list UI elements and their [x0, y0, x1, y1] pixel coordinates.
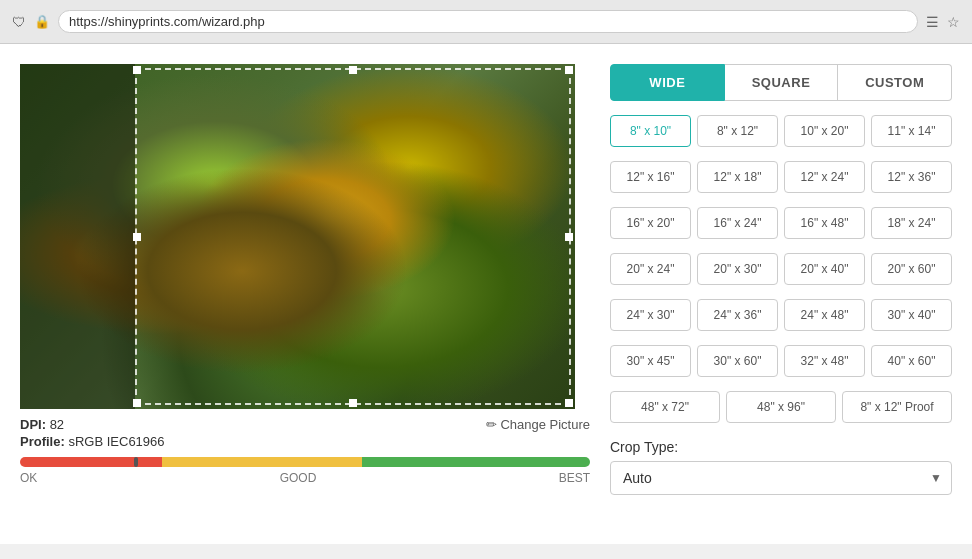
left-panel: DPI: 82 Change Picture Profile: sRGB IEC… [20, 64, 590, 524]
size-btn-32x48[interactable]: 32" x 48" [784, 345, 865, 377]
size-btn-12x18[interactable]: 12" x 18" [697, 161, 778, 193]
size-btn-30x45[interactable]: 30" x 45" [610, 345, 691, 377]
bookmark-icon[interactable]: ☆ [947, 14, 960, 30]
size-grid-row4: 20" x 24" 20" x 30" 20" x 40" 20" x 60" [610, 253, 952, 285]
quality-good: GOOD [280, 471, 317, 485]
size-grid-row3: 16" x 20" 16" x 24" 16" x 48" 18" x 24" [610, 207, 952, 239]
quality-labels: OK GOOD BEST [20, 471, 590, 485]
size-btn-16x20[interactable]: 16" x 20" [610, 207, 691, 239]
size-btn-40x60[interactable]: 40" x 60" [871, 345, 952, 377]
quality-best: BEST [559, 471, 590, 485]
change-picture-button[interactable]: Change Picture [486, 417, 590, 432]
tab-square[interactable]: SQUARE [725, 64, 839, 101]
size-btn-16x24[interactable]: 16" x 24" [697, 207, 778, 239]
tab-wide[interactable]: WIDE [610, 64, 725, 101]
quality-bar [20, 457, 590, 467]
size-btn-48x72[interactable]: 48" x 72" [610, 391, 720, 423]
size-btn-20x60[interactable]: 20" x 60" [871, 253, 952, 285]
image-info: DPI: 82 Change Picture Profile: sRGB IEC… [20, 417, 590, 449]
size-grid-bottom: 48" x 72" 48" x 96" 8" x 12" Proof [610, 391, 952, 423]
size-btn-24x48[interactable]: 24" x 48" [784, 299, 865, 331]
size-btn-11x14[interactable]: 11" x 14" [871, 115, 952, 147]
size-grid-row1: 8" x 10" 8" x 12" 10" x 20" 11" x 14" [610, 115, 952, 147]
quality-bar-container: OK GOOD BEST [20, 457, 590, 485]
size-btn-20x40[interactable]: 20" x 40" [784, 253, 865, 285]
size-btn-20x24[interactable]: 20" x 24" [610, 253, 691, 285]
crop-type-section: Crop Type: Auto Manual None ▼ [610, 439, 952, 495]
size-btn-20x30[interactable]: 20" x 30" [697, 253, 778, 285]
dpi-label: DPI: [20, 417, 46, 432]
size-btn-12x16[interactable]: 12" x 16" [610, 161, 691, 193]
size-btn-12x36[interactable]: 12" x 36" [871, 161, 952, 193]
quality-ok: OK [20, 471, 37, 485]
size-btn-8x12[interactable]: 8" x 12" [697, 115, 778, 147]
image-container [20, 64, 575, 409]
size-btn-16x48[interactable]: 16" x 48" [784, 207, 865, 239]
lock-icon: 🔒 [34, 14, 50, 29]
size-btn-30x60[interactable]: 30" x 60" [697, 345, 778, 377]
address-bar[interactable]: https://shinyprints.com/wizard.php [58, 10, 918, 33]
size-btn-30x40[interactable]: 30" x 40" [871, 299, 952, 331]
profile-label: Profile: [20, 434, 65, 449]
crop-select-wrapper: Auto Manual None ▼ [610, 461, 952, 495]
size-grid-row5: 24" x 30" 24" x 36" 24" x 48" 30" x 40" [610, 299, 952, 331]
right-panel: WIDE SQUARE CUSTOM 8" x 10" 8" x 12" 10"… [610, 64, 952, 524]
size-btn-8x12-proof[interactable]: 8" x 12" Proof [842, 391, 952, 423]
crop-type-label: Crop Type: [610, 439, 952, 455]
size-btn-48x96[interactable]: 48" x 96" [726, 391, 836, 423]
size-grid-row2: 12" x 16" 12" x 18" 12" x 24" 12" x 36" [610, 161, 952, 193]
crop-type-select[interactable]: Auto Manual None [610, 461, 952, 495]
profile-value: sRGB IEC61966 [68, 434, 164, 449]
size-btn-24x36[interactable]: 24" x 36" [697, 299, 778, 331]
crop-dark-overlay [20, 64, 135, 409]
reader-icon[interactable]: ☰ [926, 14, 939, 30]
tab-custom[interactable]: CUSTOM [838, 64, 952, 101]
size-btn-8x10[interactable]: 8" x 10" [610, 115, 691, 147]
size-btn-10x20[interactable]: 10" x 20" [784, 115, 865, 147]
dpi-value: 82 [50, 417, 64, 432]
tab-group: WIDE SQUARE CUSTOM [610, 64, 952, 101]
quality-indicator [134, 457, 138, 467]
size-btn-18x24[interactable]: 18" x 24" [871, 207, 952, 239]
shield-icon: 🛡 [12, 14, 26, 30]
size-btn-12x24[interactable]: 12" x 24" [784, 161, 865, 193]
size-grid-row6: 30" x 45" 30" x 60" 32" x 48" 40" x 60" [610, 345, 952, 377]
page-content: DPI: 82 Change Picture Profile: sRGB IEC… [0, 44, 972, 544]
size-btn-24x30[interactable]: 24" x 30" [610, 299, 691, 331]
browser-chrome: 🛡 🔒 https://shinyprints.com/wizard.php ☰… [0, 0, 972, 44]
